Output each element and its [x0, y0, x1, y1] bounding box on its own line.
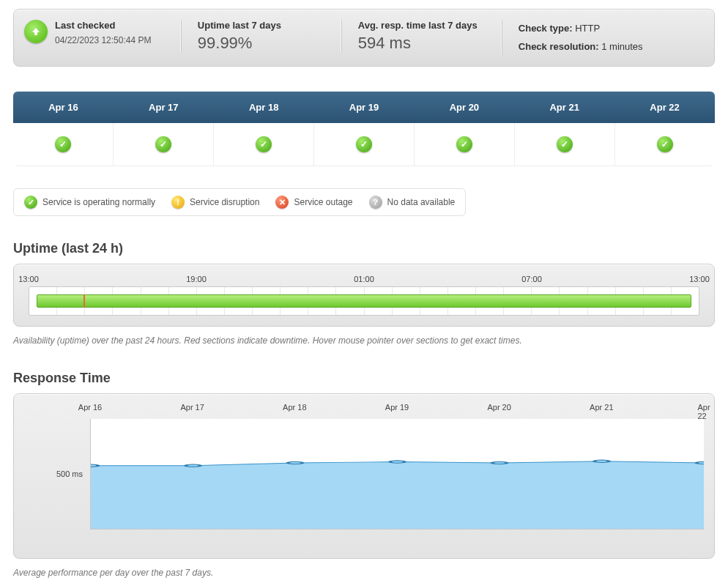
summary-panel: Last checked 04/22/2023 12:50:44 PM Upti…: [13, 9, 715, 67]
rt-xtick-label: Apr 18: [283, 403, 306, 412]
legend-nodata: ? No data available: [369, 196, 456, 209]
uptime24-caption: Availability (uptime) over the past 24 h…: [13, 335, 715, 346]
summary-check-info: Check type: HTTP Check resolution: 1 min…: [502, 20, 701, 56]
uptime24-up-bar: [37, 294, 691, 308]
calendar-day-cell[interactable]: ✓: [113, 123, 213, 166]
check-icon: ✓: [456, 136, 472, 152]
calendar-day-cell[interactable]: ✓: [313, 123, 414, 166]
calendar-day-header: Apr 21: [514, 92, 614, 123]
check-icon: ✓: [155, 136, 171, 152]
calendar-day-header: Apr 17: [114, 92, 214, 123]
uptime24-tick-label: 07:00: [521, 275, 542, 283]
calendar-day-cell[interactable]: ✓: [414, 123, 514, 166]
uptime24-tick-label: 13:00: [689, 275, 710, 283]
avg-resp-label: Avg. resp. time last 7 days: [358, 20, 489, 31]
legend-outage-label: Service outage: [294, 197, 352, 207]
uptime7-value: 99.99%: [198, 34, 328, 53]
uptime7-label: Uptime last 7 days: [198, 20, 328, 31]
calendar-day-header: Apr 19: [314, 92, 415, 123]
uptime24-title: Uptime (last 24 h): [13, 241, 715, 256]
rt-plot: [90, 419, 704, 530]
calendar-strip: Apr 16Apr 17Apr 18Apr 19Apr 20Apr 21Apr …: [13, 92, 715, 166]
legend-nodata-label: No data available: [387, 197, 456, 207]
calendar-header: Apr 16Apr 17Apr 18Apr 19Apr 20Apr 21Apr …: [13, 92, 715, 123]
summary-uptime-7d: Uptime last 7 days 99.99%: [181, 20, 328, 53]
status-up-icon: [24, 20, 48, 43]
rt-xlabels: Apr 16Apr 17Apr 18Apr 19Apr 20Apr 21Apr …: [90, 403, 704, 415]
avg-resp-value: 594 ms: [358, 34, 489, 53]
rt-xtick-label: Apr 22: [697, 403, 710, 420]
svg-point-6: [697, 462, 704, 465]
check-icon: ✓: [256, 136, 272, 152]
rt-xtick-label: Apr 17: [180, 403, 204, 412]
calendar-day-header: Apr 16: [13, 92, 114, 123]
legend-disruption: ! Service disruption: [171, 196, 259, 209]
calendar-day-cell[interactable]: ✓: [213, 123, 313, 166]
status-legend: ✓ Service is operating normally ! Servic…: [13, 188, 466, 216]
rt-xtick-label: Apr 16: [78, 403, 102, 412]
page-root: Last checked 04/22/2023 12:50:44 PM Upti…: [0, 0, 728, 583]
summary-last-checked: Last checked 04/22/2023 12:50:44 PM: [24, 20, 168, 45]
uptime24-tick-label: 01:00: [354, 275, 374, 283]
response-time-chart[interactable]: Apr 16Apr 17Apr 18Apr 19Apr 20Apr 21Apr …: [24, 403, 704, 542]
error-icon: ✕: [275, 196, 289, 209]
calendar-day-cell[interactable]: ✓: [614, 123, 715, 166]
last-checked-label: Last checked: [55, 20, 151, 31]
svg-point-3: [390, 461, 404, 464]
check-icon: ✓: [55, 136, 71, 152]
calendar-day-header: Apr 18: [214, 92, 314, 123]
rt-ylabel: 500 ms: [24, 469, 83, 478]
rt-xtick-label: Apr 20: [487, 403, 510, 412]
check-icon: ✓: [356, 136, 372, 152]
response-time-panel: Apr 16Apr 17Apr 18Apr 19Apr 20Apr 21Apr …: [13, 393, 715, 559]
check-icon: ✓: [557, 136, 573, 152]
legend-outage: ✕ Service outage: [275, 196, 352, 209]
svg-point-1: [185, 464, 200, 467]
check-type-value: HTTP: [575, 23, 600, 34]
svg-point-0: [91, 464, 98, 467]
check-type-label: Check type:: [519, 23, 573, 34]
uptime24-tick-label: 19:00: [186, 275, 207, 283]
question-icon: ?: [369, 196, 382, 209]
svg-point-2: [288, 462, 302, 465]
calendar-day-header: Apr 22: [614, 92, 715, 123]
svg-point-5: [594, 460, 609, 463]
calendar-day-header: Apr 20: [414, 92, 514, 123]
summary-avg-resp: Avg. resp. time last 7 days 594 ms: [341, 20, 489, 53]
check-res-label: Check resolution:: [519, 41, 599, 52]
calendar-day-cell[interactable]: ✓: [514, 123, 614, 166]
calendar-day-cell[interactable]: ✓: [13, 123, 113, 166]
check-icon: ✓: [24, 196, 37, 209]
response-time-title: Response Time: [13, 371, 715, 386]
svg-point-4: [492, 462, 507, 465]
uptime24-bar-area[interactable]: [29, 286, 699, 316]
calendar-body: ✓✓✓✓✓✓✓: [13, 123, 715, 166]
uptime24-down-segment: [83, 294, 85, 308]
check-res-value: 1 minutes: [601, 41, 642, 52]
uptime24-ticks: 13:0019:0001:0007:0013:00: [29, 275, 699, 285]
response-time-caption: Average performance per day over the pas…: [13, 568, 715, 578]
legend-normal-label: Service is operating normally: [42, 197, 155, 207]
rt-svg: [91, 419, 704, 529]
last-checked-value: 04/22/2023 12:50:44 PM: [55, 35, 151, 45]
legend-disruption-label: Service disruption: [190, 197, 259, 207]
warning-icon: !: [171, 196, 185, 209]
uptime24-tick-label: 13:00: [18, 275, 39, 283]
rt-xtick-label: Apr 19: [385, 403, 409, 412]
rt-xtick-label: Apr 21: [590, 403, 613, 412]
legend-normal: ✓ Service is operating normally: [24, 196, 155, 209]
uptime24-panel: 13:0019:0001:0007:0013:00: [13, 264, 715, 327]
check-icon: ✓: [657, 136, 673, 152]
